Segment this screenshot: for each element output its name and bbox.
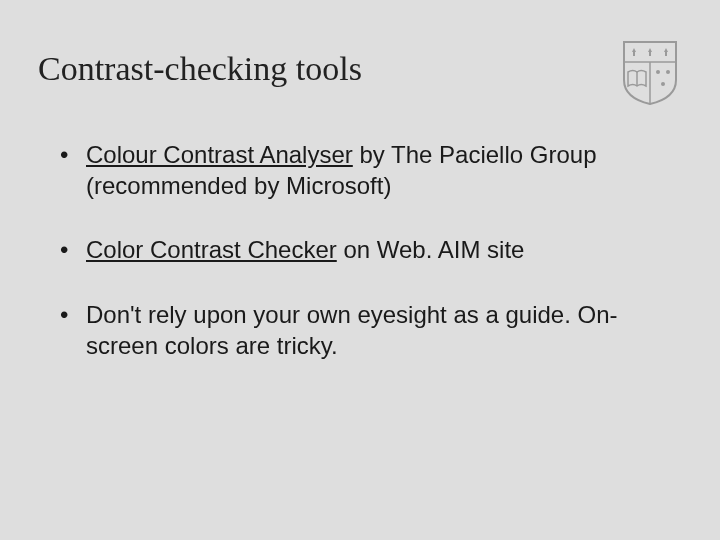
bullet-text: Don't rely upon your own eyesight as a g…: [86, 301, 618, 359]
tool-link[interactable]: Color Contrast Checker: [86, 236, 337, 263]
svg-point-8: [661, 82, 665, 86]
svg-rect-3: [649, 52, 651, 56]
slide-body: Colour Contrast Analyser by The Paciello…: [60, 140, 664, 396]
bullet-list: Colour Contrast Analyser by The Paciello…: [60, 140, 664, 362]
bullet-item: Colour Contrast Analyser by The Paciello…: [60, 140, 664, 201]
bullet-item: Color Contrast Checker on Web. AIM site: [60, 235, 664, 266]
svg-rect-2: [633, 52, 635, 56]
slide-title: Contrast-checking tools: [38, 50, 362, 88]
svg-point-7: [666, 70, 670, 74]
tool-link[interactable]: Colour Contrast Analyser: [86, 141, 353, 168]
university-shield-icon: [622, 40, 678, 106]
svg-point-6: [656, 70, 660, 74]
bullet-text: on Web. AIM site: [337, 236, 525, 263]
bullet-item: Don't rely upon your own eyesight as a g…: [60, 300, 664, 361]
slide: Contrast-checking tools: [0, 0, 720, 540]
svg-rect-4: [665, 52, 667, 56]
